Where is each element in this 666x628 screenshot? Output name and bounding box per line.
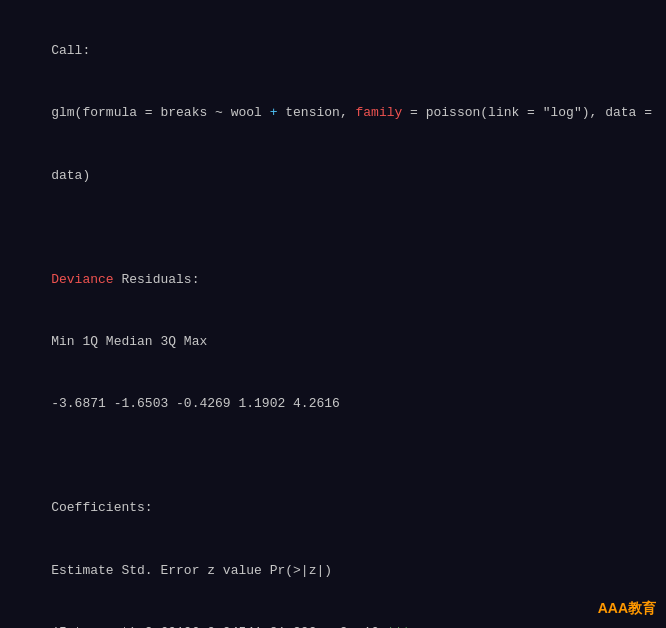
main-container: Call: glm(formula = breaks ~ wool + tens… xyxy=(0,0,666,628)
deviance-headers: Min 1Q Median 3Q Max xyxy=(51,334,207,349)
code-output: Call: glm(formula = breaks ~ wool + tens… xyxy=(20,20,646,628)
call-label: Call: xyxy=(51,43,90,58)
call-line1: glm(formula = breaks ~ wool + tension, f… xyxy=(51,105,652,120)
watermark: AAA教育 xyxy=(598,600,656,618)
deviance-residuals-label: Deviance Residuals: xyxy=(51,272,199,287)
call-line2: data) xyxy=(51,168,90,183)
watermark-text: AAA xyxy=(598,600,628,616)
deviance-values: -3.6871 -1.6503 -0.4269 1.1902 4.2616 xyxy=(51,396,340,411)
coefficients-label: Coefficients: xyxy=(51,500,152,515)
watermark-suffix: 教育 xyxy=(628,600,656,616)
coeff-headers: Estimate Std. Error z value Pr(>|z|) xyxy=(51,563,332,578)
